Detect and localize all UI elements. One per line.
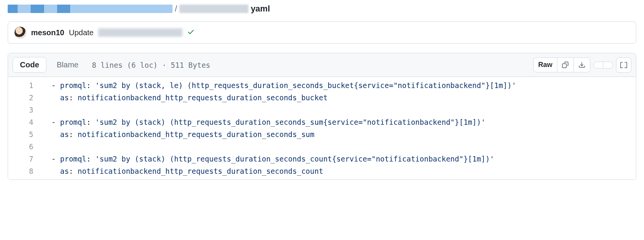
- code-line: as: notificationbackend_http_requests_du…: [43, 165, 630, 177]
- line-number[interactable]: 4: [8, 116, 33, 128]
- line-number[interactable]: 3: [8, 104, 33, 116]
- code-area: 12345678 - promql: 'sum2 by (stack, le) …: [8, 77, 636, 180]
- code-line: [43, 140, 630, 153]
- code-content[interactable]: - promql: 'sum2 by (stack, le) (http_req…: [43, 79, 636, 177]
- raw-button-group: Raw: [533, 57, 590, 72]
- breadcrumb: / yaml: [8, 4, 636, 14]
- raw-button[interactable]: Raw: [534, 58, 557, 72]
- breadcrumb-file-ext: yaml: [251, 4, 270, 14]
- code-line: as: notificationbackend_http_requests_du…: [43, 128, 630, 140]
- commit-message-redacted[interactable]: [98, 28, 182, 37]
- file-meta: 8 lines (6 loc) · 511 Bytes: [92, 61, 210, 69]
- commit-author[interactable]: meson10: [31, 28, 64, 37]
- file-viewer: Code Blame 8 lines (6 loc) · 511 Bytes R…: [8, 53, 636, 180]
- download-icon[interactable]: [574, 58, 590, 72]
- pencil-icon[interactable]: [594, 62, 603, 68]
- copy-icon[interactable]: [557, 58, 574, 72]
- commit-message-prefix[interactable]: Update: [69, 28, 94, 37]
- tab-blame[interactable]: Blame: [49, 57, 86, 73]
- line-number[interactable]: 6: [8, 140, 33, 153]
- file-header: Code Blame 8 lines (6 loc) · 511 Bytes R…: [8, 53, 636, 77]
- code-line: - promql: 'sum2 by (stack, le) (http_req…: [43, 79, 630, 91]
- avatar[interactable]: [14, 26, 26, 39]
- breadcrumb-path-redacted[interactable]: [8, 5, 172, 13]
- view-tabs: Code Blame: [13, 57, 86, 73]
- breadcrumb-separator: /: [174, 4, 178, 14]
- file-actions: Raw: [533, 57, 631, 73]
- latest-commit-box: meson10 Update: [8, 21, 636, 44]
- edit-button-group: [593, 62, 613, 69]
- code-line: [43, 104, 630, 116]
- breadcrumb-filename-redacted: [179, 5, 248, 13]
- symbols-icon[interactable]: [616, 57, 631, 73]
- line-number[interactable]: 7: [8, 153, 33, 165]
- code-line: - promql: 'sum2 by (stack) (http_request…: [43, 116, 630, 128]
- status-check-icon[interactable]: [187, 28, 195, 37]
- line-number[interactable]: 5: [8, 128, 33, 140]
- line-number[interactable]: 2: [8, 91, 33, 104]
- line-number-gutter: 12345678: [8, 79, 43, 177]
- code-line: as: notificationbackend_http_requests_du…: [43, 91, 630, 104]
- line-number[interactable]: 1: [8, 79, 33, 91]
- tab-code[interactable]: Code: [13, 57, 46, 73]
- line-number[interactable]: 8: [8, 165, 33, 177]
- caret-down-icon[interactable]: [603, 62, 613, 68]
- code-line: - promql: 'sum2 by (stack) (http_request…: [43, 153, 630, 165]
